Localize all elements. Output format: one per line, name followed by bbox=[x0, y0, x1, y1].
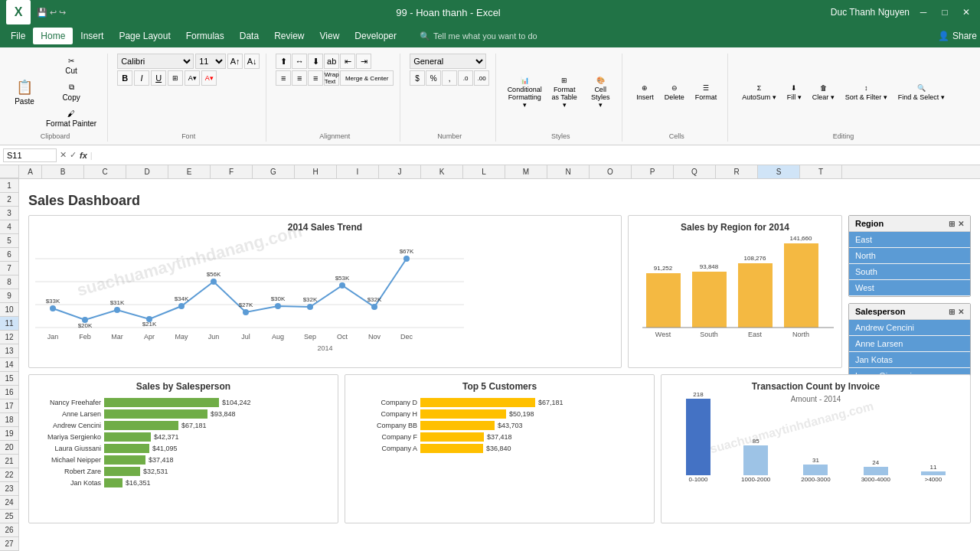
dec-inc-btn[interactable]: .0 bbox=[458, 70, 473, 86]
row-14[interactable]: 14 bbox=[0, 358, 18, 372]
maximize-btn[interactable]: □ bbox=[937, 5, 952, 20]
autosum-btn[interactable]: Σ AutoSum ▾ bbox=[737, 81, 781, 104]
col-header-T[interactable]: T bbox=[800, 165, 842, 178]
font-grow-btn[interactable]: A↑ bbox=[227, 54, 243, 69]
align-center-btn[interactable]: ≡ bbox=[292, 70, 307, 86]
font-color-btn[interactable]: A▾ bbox=[201, 70, 217, 86]
row-19[interactable]: 19 bbox=[0, 427, 18, 441]
align-top-btn[interactable]: ⬆ bbox=[276, 54, 291, 69]
row-9[interactable]: 9 bbox=[0, 289, 18, 303]
row-2[interactable]: 2 bbox=[0, 193, 18, 207]
cell-styles-btn[interactable]: 🎨 Cell Styles ▾ bbox=[585, 73, 616, 112]
delete-btn[interactable]: ⊖ Delete bbox=[660, 81, 689, 104]
col-header-O[interactable]: O bbox=[590, 165, 632, 178]
row-15[interactable]: 15 bbox=[0, 372, 18, 386]
row-24[interactable]: 24 bbox=[0, 496, 18, 510]
slicer-anne[interactable]: Anne Larsen bbox=[849, 336, 970, 352]
col-header-L[interactable]: L bbox=[463, 165, 505, 178]
row-17[interactable]: 17 bbox=[0, 399, 18, 413]
col-header-A[interactable]: A bbox=[19, 165, 42, 178]
col-header-H[interactable]: H bbox=[295, 165, 337, 178]
row-7[interactable]: 7 bbox=[0, 262, 18, 276]
format-as-table-btn[interactable]: ⊞ Format as Table ▾ bbox=[545, 73, 583, 112]
salesperson-clear-icon[interactable]: ✕ bbox=[958, 308, 964, 316]
align-middle-btn[interactable]: ↔ bbox=[292, 54, 307, 69]
row-10[interactable]: 10 bbox=[0, 303, 18, 317]
slicer-west[interactable]: West bbox=[849, 280, 970, 296]
minimize-btn[interactable]: ─ bbox=[916, 5, 931, 20]
cells-area[interactable]: Sales Dashboard 2014 Sales Trend suachua… bbox=[19, 179, 980, 551]
row-22[interactable]: 22 bbox=[0, 468, 18, 482]
number-format-select[interactable]: General bbox=[410, 54, 486, 69]
row-13[interactable]: 13 bbox=[0, 344, 18, 358]
clear-btn[interactable]: 🗑 Clear ▾ bbox=[808, 81, 839, 104]
sort-filter-btn[interactable]: ↕ Sort & Filter ▾ bbox=[841, 81, 892, 104]
find-select-btn[interactable]: 🔍 Find & Select ▾ bbox=[893, 81, 949, 104]
region-clear-icon[interactable]: ✕ bbox=[958, 220, 964, 228]
corner-cell[interactable] bbox=[0, 165, 19, 178]
menu-data[interactable]: Data bbox=[232, 28, 266, 44]
format-btn[interactable]: ☰ Format bbox=[691, 81, 722, 104]
align-left-btn[interactable]: ≡ bbox=[276, 70, 291, 86]
paste-btn[interactable]: 📋 Paste bbox=[9, 76, 40, 109]
slicer-south[interactable]: South bbox=[849, 264, 970, 280]
wrap-text-btn[interactable]: Wrap Text bbox=[324, 70, 339, 86]
region-filter-icon[interactable]: ⊞ bbox=[949, 220, 955, 228]
align-right-btn[interactable]: ≡ bbox=[308, 70, 323, 86]
col-header-D[interactable]: D bbox=[126, 165, 168, 178]
menu-developer[interactable]: Developer bbox=[347, 28, 404, 44]
fill-color-btn[interactable]: A▾ bbox=[185, 70, 200, 86]
font-name-select[interactable]: Calibri bbox=[117, 54, 194, 69]
row-21[interactable]: 21 bbox=[0, 455, 18, 468]
row-4[interactable]: 4 bbox=[0, 220, 18, 234]
col-header-M[interactable]: M bbox=[505, 165, 547, 178]
row-18[interactable]: 18 bbox=[0, 413, 18, 427]
conditional-formatting-btn[interactable]: 📊 Conditional Formatting ▾ bbox=[505, 73, 544, 112]
percent-btn[interactable]: % bbox=[426, 70, 441, 86]
col-header-R[interactable]: R bbox=[716, 165, 758, 178]
salesperson-filter-icon[interactable]: ⊞ bbox=[949, 308, 955, 316]
underline-btn[interactable]: U bbox=[151, 70, 166, 86]
text-angle-btn[interactable]: ab bbox=[324, 54, 339, 69]
col-header-F[interactable]: F bbox=[211, 165, 253, 178]
col-header-C[interactable]: C bbox=[84, 165, 126, 178]
menu-view[interactable]: View bbox=[312, 28, 348, 44]
col-header-S[interactable]: S bbox=[758, 165, 800, 178]
row-23[interactable]: 23 bbox=[0, 482, 18, 496]
font-size-select[interactable]: 11 bbox=[195, 54, 226, 69]
row-1[interactable]: 1 bbox=[0, 179, 18, 193]
col-header-I[interactable]: I bbox=[337, 165, 379, 178]
slicer-east[interactable]: East bbox=[849, 232, 970, 248]
format-painter-btn[interactable]: 🖌 Format Painter bbox=[41, 106, 101, 131]
menu-page-layout[interactable]: Page Layout bbox=[111, 28, 178, 44]
currency-btn[interactable]: $ bbox=[410, 70, 425, 86]
dec-dec-btn[interactable]: .00 bbox=[474, 70, 489, 86]
row-16[interactable]: 16 bbox=[0, 386, 18, 399]
row-8[interactable]: 8 bbox=[0, 276, 18, 289]
tell-me-box[interactable]: 🔍 Tell me what you want to do bbox=[420, 31, 537, 41]
row-25[interactable]: 25 bbox=[0, 510, 18, 523]
merge-center-btn[interactable]: Merge & Center bbox=[340, 70, 394, 86]
menu-home[interactable]: Home bbox=[33, 28, 73, 44]
menu-formulas[interactable]: Formulas bbox=[178, 28, 232, 44]
bold-btn[interactable]: B bbox=[117, 70, 132, 86]
indent-inc-btn[interactable]: ⇥ bbox=[356, 54, 371, 69]
row-20[interactable]: 20 bbox=[0, 441, 18, 455]
col-header-K[interactable]: K bbox=[421, 165, 463, 178]
row-6[interactable]: 6 bbox=[0, 248, 18, 262]
border-btn[interactable]: ⊞ bbox=[168, 70, 183, 86]
row-5[interactable]: 5 bbox=[0, 234, 18, 248]
row-26[interactable]: 26 bbox=[0, 523, 18, 537]
formula-cancel-btn[interactable]: ✕ bbox=[60, 150, 67, 160]
slicer-jan[interactable]: Jan Kotas bbox=[849, 352, 970, 368]
fill-btn[interactable]: ⬇ Fill ▾ bbox=[782, 81, 806, 104]
menu-insert[interactable]: Insert bbox=[73, 28, 111, 44]
menu-file[interactable]: File bbox=[3, 28, 33, 44]
col-header-P[interactable]: P bbox=[632, 165, 674, 178]
col-header-J[interactable]: J bbox=[379, 165, 421, 178]
slicer-north[interactable]: North bbox=[849, 248, 970, 264]
align-bottom-btn[interactable]: ⬇ bbox=[308, 54, 323, 69]
formula-confirm-btn[interactable]: ✓ bbox=[70, 150, 77, 160]
comma-btn[interactable]: , bbox=[442, 70, 457, 86]
row-11[interactable]: 11 bbox=[0, 317, 18, 331]
